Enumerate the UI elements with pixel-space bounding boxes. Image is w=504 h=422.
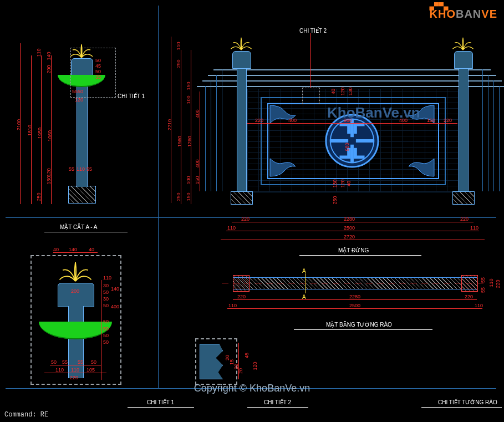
d1-h-50c: 50 bbox=[103, 319, 109, 324]
plan-pier-right bbox=[461, 275, 478, 292]
dim-inner-h: 1950 bbox=[37, 128, 43, 139]
elev-bot-130: 130 bbox=[332, 179, 338, 187]
wing-r4 bbox=[499, 86, 500, 191]
elev-150b: 150 bbox=[195, 176, 200, 184]
elev-400w: 400 bbox=[288, 118, 297, 123]
d1-botline1 bbox=[50, 365, 101, 365]
elev-150w: 150 bbox=[427, 118, 435, 123]
d1-55a: 55 bbox=[62, 359, 68, 365]
elev-110top: 110 bbox=[176, 42, 181, 50]
step-1 bbox=[213, 69, 491, 70]
elev-1260: 1260 bbox=[187, 136, 192, 147]
elev-400w2: 400 bbox=[399, 118, 408, 123]
elev-2720: 2720 bbox=[344, 234, 355, 240]
d1-topline bbox=[53, 252, 98, 253]
plan-dim1 bbox=[233, 299, 477, 300]
elev-980v: 980 bbox=[344, 143, 350, 151]
dim-cap-h: 290 bbox=[46, 65, 52, 73]
d1-h-140: 140 bbox=[111, 286, 119, 292]
corner-ornament-bl bbox=[269, 155, 302, 177]
dim-band-120: 120 bbox=[46, 168, 52, 176]
plan-underline bbox=[294, 329, 432, 330]
plan-110r: 110 bbox=[475, 303, 483, 308]
detail2-title: CHI TIẾT 2 bbox=[264, 399, 291, 405]
command-line[interactable]: Command: RE bbox=[4, 411, 48, 419]
elev-dim-2280 bbox=[232, 222, 474, 222]
dim-cap-50b: 50 bbox=[95, 69, 101, 74]
elev-400b: 400 bbox=[195, 159, 200, 167]
plan-2280: 2280 bbox=[349, 294, 360, 299]
dim-inner-110: 110 bbox=[77, 166, 85, 172]
plan-220v: 220 bbox=[495, 279, 501, 288]
plan-dim2 bbox=[227, 308, 482, 309]
pier-left-base bbox=[231, 191, 253, 205]
pier-left-shaft bbox=[237, 67, 247, 191]
dim-cap-45: 45 bbox=[95, 63, 101, 69]
pier-left-lotus-icon bbox=[228, 37, 254, 51]
elev-290: 290 bbox=[176, 59, 181, 68]
cad-viewport[interactable]: ▄▀▀▄ KHOBANVE CHI TIẾT 1 2100 1810 1950 … bbox=[0, 0, 504, 422]
elevation-title: MẶT ĐỨNG bbox=[338, 247, 369, 253]
elev-dim-2500 bbox=[226, 231, 479, 231]
logo-text-b: BAN bbox=[456, 8, 481, 20]
dim-cap-35: 35 bbox=[95, 74, 101, 80]
wing-l4 bbox=[222, 69, 222, 191]
column-foundation bbox=[68, 186, 96, 204]
detail1-capital bbox=[58, 283, 94, 307]
elev-top-120: 120 bbox=[340, 87, 345, 95]
wing-r3 bbox=[493, 80, 494, 191]
detail-wall-title: CHI TIẾT TƯỜNG RÀO bbox=[438, 399, 497, 405]
d1-h-50a: 50 bbox=[103, 289, 109, 295]
d1-h-110: 110 bbox=[103, 275, 111, 281]
elev-980: 980 bbox=[344, 118, 352, 123]
d1-40a: 40 bbox=[53, 247, 59, 252]
elev-220w: 220 bbox=[444, 118, 452, 123]
corner-ornament-br bbox=[402, 155, 435, 177]
dim-tile-w: 5550 bbox=[72, 89, 83, 94]
dim-band-120b: 120 bbox=[75, 97, 83, 103]
logo-text-c: VE bbox=[481, 8, 497, 20]
wing-r1 bbox=[482, 69, 483, 191]
d1-140: 140 bbox=[69, 247, 77, 252]
step-2 bbox=[208, 75, 496, 76]
d1-105: 105 bbox=[86, 367, 95, 373]
elev-150: 150 bbox=[186, 82, 191, 90]
dim-total-h: 2100 bbox=[16, 119, 22, 130]
elev-2280: 2280 bbox=[344, 216, 355, 222]
plan-220b: 220 bbox=[465, 294, 473, 299]
pier-right-shaft bbox=[459, 67, 469, 191]
section-a-title: MẶT CẮT A - A bbox=[60, 224, 98, 230]
dim-shaft-h: 1810 bbox=[27, 125, 33, 136]
detailwall-underline bbox=[421, 407, 502, 408]
d1-h-30a: 30 bbox=[103, 283, 109, 288]
divider-h bbox=[6, 217, 496, 218]
detail1-lotus-icon bbox=[54, 261, 96, 283]
step-3 bbox=[202, 80, 502, 82]
dim-cap-50a: 50 bbox=[95, 58, 101, 63]
d1-h-400: 400 bbox=[111, 304, 119, 309]
elev-b250: 250 bbox=[332, 196, 338, 204]
logo-text-a: KHO bbox=[430, 8, 456, 20]
dim-top-110: 110 bbox=[36, 48, 42, 57]
plan-110v: 110 bbox=[488, 278, 494, 287]
elev-top-130: 130 bbox=[348, 87, 353, 95]
elev-220b: 220 bbox=[241, 216, 250, 222]
d2-vline bbox=[238, 343, 239, 379]
d1-110l: 110 bbox=[55, 367, 64, 373]
elev-110l: 110 bbox=[227, 225, 236, 231]
copyright: Copyright © KhoBanVe.vn bbox=[0, 383, 504, 394]
elev-1960: 1960 bbox=[177, 136, 182, 147]
d1-220: 220 bbox=[70, 375, 78, 380]
elev-bot-120: 120 bbox=[340, 179, 345, 187]
elev-2500: 2500 bbox=[344, 225, 355, 231]
pier-right-lotus-icon bbox=[450, 37, 476, 51]
section-cut-line bbox=[305, 273, 306, 293]
plan-220: 220 bbox=[237, 294, 246, 299]
elev-150c: 150 bbox=[186, 192, 191, 201]
d1-55b: 55 bbox=[78, 359, 83, 365]
dim-inner-55b: 55 bbox=[86, 166, 92, 172]
d1-h-50f: 50 bbox=[103, 339, 109, 345]
d1-50l: 50 bbox=[51, 359, 57, 365]
dim-top-140: 140 bbox=[46, 52, 52, 60]
elevation-underline bbox=[299, 255, 421, 256]
